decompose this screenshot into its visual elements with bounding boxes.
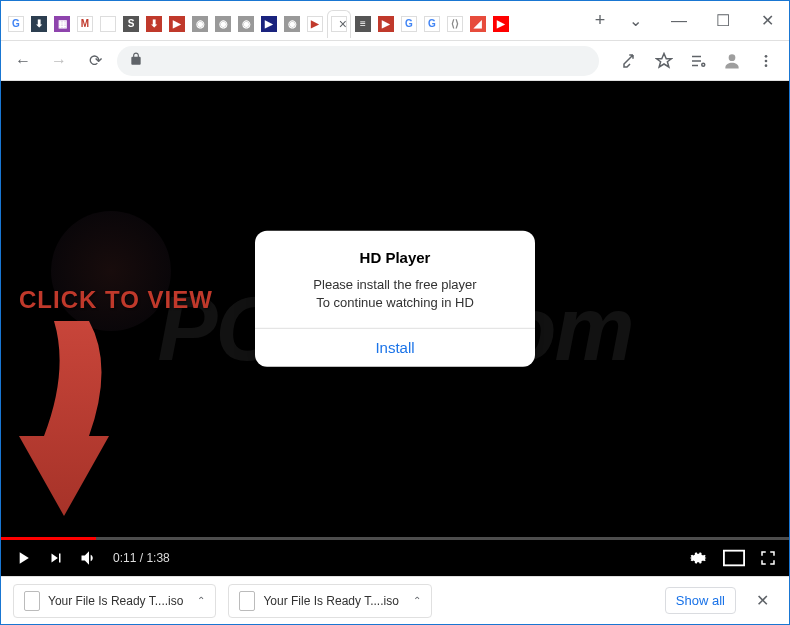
popup-footer: Install [255,328,535,367]
favicon: ▶ [169,16,185,32]
file-icon [24,591,40,611]
titlebar: G⬇▦MS⬇▶◉◉◉▶◉▶≡▶GG⟨⟩◢▶ + ⌄ — ☐ ✕ [1,1,789,41]
browser-tab[interactable]: G [398,10,420,38]
favicon: ◉ [215,16,231,32]
browser-tab[interactable]: ≡ [352,10,374,38]
arrow-icon [19,316,129,526]
browser-tab[interactable]: ▶ [258,10,280,38]
browser-tab[interactable]: ▶ [166,10,188,38]
browser-tab[interactable]: ▶ [304,10,326,38]
theater-mode-icon[interactable] [723,549,745,567]
favicon [100,16,116,32]
favicon: M [77,16,93,32]
video-controls: 0:11 / 1:38 [1,540,789,576]
browser-tab[interactable]: ▶ [375,10,397,38]
browser-tab[interactable]: ⬇ [143,10,165,38]
favicon: ◢ [470,16,486,32]
chevron-up-icon[interactable]: ⌃ [413,595,421,606]
share-icon[interactable] [615,46,645,76]
install-button[interactable]: Install [375,339,414,356]
favicon [331,16,347,32]
download-item[interactable]: Your File Is Ready T....iso⌃ [13,584,216,618]
browser-tab[interactable]: ▶ [490,10,512,38]
forward-button[interactable]: → [45,47,73,75]
download-filename: Your File Is Ready T....iso [48,594,183,608]
toolbar: ← → ⟳ [1,41,789,81]
popup-line1: Please install the free player [313,277,476,292]
tabstrip: G⬇▦MS⬇▶◉◉◉▶◉▶≡▶GG⟨⟩◢▶ [1,4,587,38]
favicon: ◉ [238,16,254,32]
play-button[interactable] [13,548,33,568]
browser-tab[interactable] [327,10,351,38]
reading-list-icon[interactable] [683,46,713,76]
time-separator: / [136,551,146,565]
popup-message: Please install the free player To contin… [275,276,515,312]
minimize-button[interactable]: — [657,5,701,37]
downloads-bar: Your File Is Ready T....iso⌃Your File Is… [1,576,789,624]
favicon: ▶ [307,16,323,32]
favicon: ▶ [378,16,394,32]
click-to-view-label: CLICK TO VIEW [19,286,213,314]
page-content: PCrisk.com CLICK TO VIEW HD Player Pleas… [1,81,789,576]
tab-dropdown-button[interactable]: ⌄ [613,5,657,37]
browser-tab[interactable]: M [74,10,96,38]
file-icon [239,591,255,611]
favicon: ⟨⟩ [447,16,463,32]
back-button[interactable]: ← [9,47,37,75]
favicon: ⬇ [31,16,47,32]
install-popup: HD Player Please install the free player… [255,231,535,367]
favicon: G [424,16,440,32]
browser-tab[interactable] [97,10,119,38]
favicon: ≡ [355,16,371,32]
browser-tab[interactable]: ◉ [281,10,303,38]
popup-title: HD Player [275,249,515,266]
close-window-button[interactable]: ✕ [745,5,789,37]
profile-icon[interactable] [717,46,747,76]
new-tab-button[interactable]: + [587,8,613,34]
lock-icon [129,52,143,69]
favicon: G [8,16,24,32]
window-controls: ⌄ — ☐ ✕ [613,5,789,37]
next-button[interactable] [47,549,65,567]
favicon: ▶ [493,16,509,32]
favicon: S [123,16,139,32]
chevron-up-icon[interactable]: ⌃ [197,595,205,606]
menu-icon[interactable] [751,46,781,76]
toolbar-actions [615,46,781,76]
favicon: ◉ [284,16,300,32]
favicon: ⬇ [146,16,162,32]
browser-tab[interactable]: ◢ [467,10,489,38]
browser-tab[interactable]: G [421,10,443,38]
show-all-downloads-button[interactable]: Show all [665,587,736,614]
download-item[interactable]: Your File Is Ready T....iso⌃ [228,584,431,618]
download-filename: Your File Is Ready T....iso [263,594,398,608]
browser-tab[interactable]: G [5,10,27,38]
svg-point-0 [702,63,705,66]
volume-button[interactable] [79,548,99,568]
total-time: 1:38 [146,551,169,565]
bookmark-icon[interactable] [649,46,679,76]
popup-line2: To continue watching in HD [316,295,474,310]
browser-tab[interactable]: ◉ [235,10,257,38]
browser-tab[interactable]: ◉ [212,10,234,38]
favicon: G [401,16,417,32]
browser-tab[interactable]: ◉ [189,10,211,38]
browser-tab[interactable]: ⬇ [28,10,50,38]
browser-tab[interactable]: ⟨⟩ [444,10,466,38]
favicon: ▦ [54,16,70,32]
fullscreen-icon[interactable] [759,549,777,567]
svg-point-4 [765,64,768,67]
svg-point-1 [729,54,736,61]
favicon: ▶ [261,16,277,32]
address-bar[interactable] [117,46,599,76]
video-time: 0:11 / 1:38 [113,551,170,565]
browser-tab[interactable]: S [120,10,142,38]
svg-point-2 [765,55,768,58]
svg-point-3 [765,59,768,62]
svg-rect-5 [724,551,744,566]
settings-icon[interactable] [689,548,709,568]
reload-button[interactable]: ⟳ [81,47,109,75]
browser-tab[interactable]: ▦ [51,10,73,38]
close-downloads-bar-button[interactable]: ✕ [748,587,777,614]
maximize-button[interactable]: ☐ [701,5,745,37]
